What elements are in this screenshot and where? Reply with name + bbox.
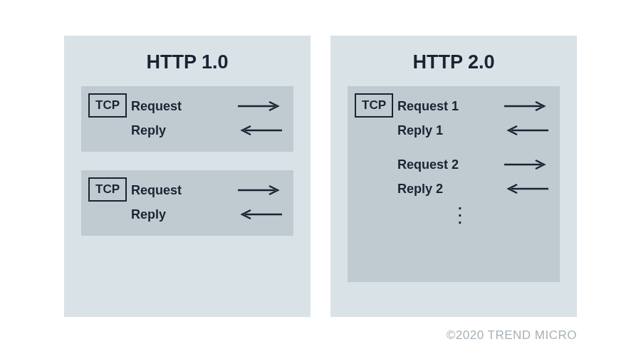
ellipsis-icon: ... bbox=[397, 202, 548, 223]
row-request-1: Request 1 bbox=[397, 95, 548, 118]
row-label: Request 2 bbox=[397, 157, 459, 172]
row-reply-2: Reply 2 bbox=[397, 177, 548, 200]
tcp-badge: TCP bbox=[355, 93, 393, 118]
tcp-badge: TCP bbox=[88, 177, 127, 202]
http1-tcp-block-2: TCP Request Reply bbox=[81, 170, 293, 236]
http1-panel: HTTP 1.0 TCP Request Reply TCP Request bbox=[64, 36, 311, 317]
copyright-text: ©2020 TREND MICRO bbox=[447, 328, 577, 343]
tcp-badge: TCP bbox=[88, 93, 127, 118]
http2-tcp-block: TCP Request 1 Reply 1 Request 2 bbox=[348, 86, 560, 282]
row-label: Reply 2 bbox=[397, 182, 443, 197]
diagram-panels: HTTP 1.0 TCP Request Reply TCP Request bbox=[0, 0, 641, 317]
row-label: Reply bbox=[131, 123, 166, 138]
row-request: Request bbox=[131, 95, 282, 118]
arrow-left-icon bbox=[504, 184, 548, 194]
row-reply: Reply bbox=[131, 203, 282, 226]
row-label: Request bbox=[131, 183, 182, 198]
row-label: Request bbox=[131, 99, 182, 114]
row-request-2: Request 2 bbox=[397, 153, 548, 176]
row-label: Reply 1 bbox=[397, 123, 443, 138]
arrow-right-icon bbox=[504, 101, 548, 111]
row-request: Request bbox=[131, 179, 282, 202]
arrow-left-icon bbox=[504, 125, 548, 135]
row-label: Request 1 bbox=[397, 99, 459, 114]
arrow-right-icon bbox=[238, 185, 282, 195]
arrow-right-icon bbox=[238, 101, 282, 111]
arrow-right-icon bbox=[504, 160, 548, 170]
arrow-left-icon bbox=[238, 125, 282, 135]
row-reply-1: Reply 1 bbox=[397, 119, 548, 142]
row-reply: Reply bbox=[131, 119, 282, 142]
http2-panel: HTTP 2.0 TCP Request 1 Reply 1 Request 2 bbox=[330, 36, 577, 317]
group-gap bbox=[397, 143, 548, 153]
http1-title: HTTP 1.0 bbox=[81, 51, 293, 73]
http2-title: HTTP 2.0 bbox=[348, 51, 560, 73]
http1-tcp-block-1: TCP Request Reply bbox=[81, 86, 293, 152]
row-label: Reply bbox=[131, 207, 166, 222]
arrow-left-icon bbox=[238, 209, 282, 219]
